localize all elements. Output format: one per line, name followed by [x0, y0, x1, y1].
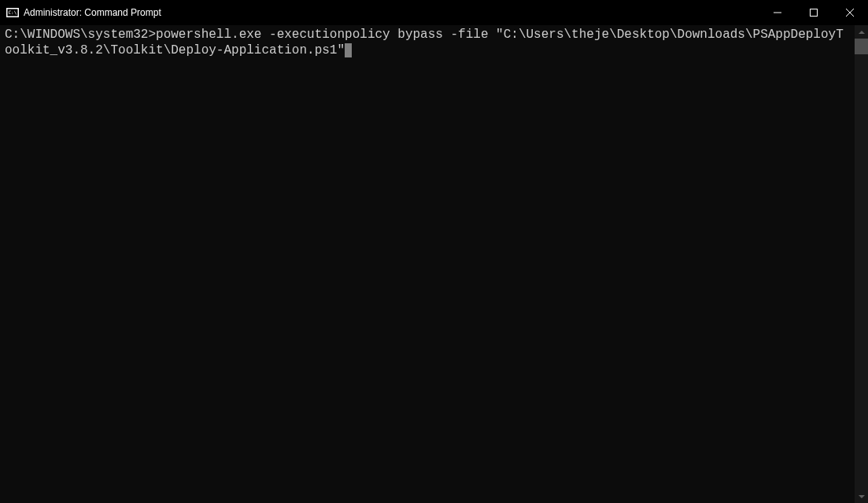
scrollbar-down-arrow[interactable]	[855, 490, 868, 503]
svg-marker-7	[859, 31, 865, 34]
svg-text:C:\: C:\	[9, 9, 17, 15]
cmd-icon: C:\	[6, 6, 19, 19]
window-controls	[759, 0, 868, 25]
window-title: Administrator: Command Prompt	[24, 7, 161, 18]
text-cursor	[345, 43, 352, 57]
svg-rect-4	[811, 9, 818, 17]
title-bar: C:\ Administrator: Command Prompt	[0, 0, 868, 25]
svg-marker-8	[859, 495, 865, 498]
scrollbar-up-arrow[interactable]	[855, 25, 868, 39]
scrollbar-thumb[interactable]	[855, 39, 868, 54]
minimize-button[interactable]	[759, 0, 796, 25]
maximize-button[interactable]	[796, 0, 832, 25]
title-left: C:\ Administrator: Command Prompt	[6, 6, 161, 19]
prompt: C:\WINDOWS\system32>	[5, 28, 156, 42]
terminal-area[interactable]: C:\WINDOWS\system32>powershell.exe -exec…	[0, 25, 868, 503]
scrollbar[interactable]	[855, 25, 868, 503]
terminal-content: C:\WINDOWS\system32>powershell.exe -exec…	[0, 25, 855, 60]
close-button[interactable]	[832, 0, 868, 25]
